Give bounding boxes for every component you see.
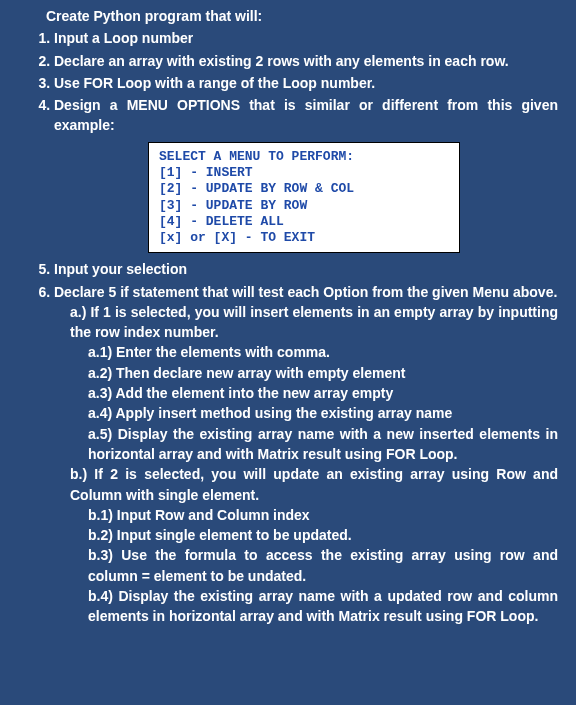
item-3: Use FOR Loop with a range of the Loop nu… bbox=[54, 73, 558, 93]
option-a3: a.3) Add the element into the new array … bbox=[88, 383, 558, 403]
option-a4: a.4) Apply insert method using the exist… bbox=[88, 403, 558, 423]
lead-text: Create Python program that will: bbox=[46, 6, 558, 26]
item-2: Declare an array with existing 2 rows wi… bbox=[54, 51, 558, 71]
item-5: Input your selection bbox=[54, 259, 558, 279]
option-b3: b.3) Use the formula to access the exist… bbox=[88, 545, 558, 586]
option-a1: a.1) Enter the elements with comma. bbox=[88, 342, 558, 362]
item-4: Design a MENU OPTIONS that is similar or… bbox=[54, 95, 558, 136]
item-4-text: Design a MENU OPTIONS that is similar or… bbox=[54, 97, 558, 133]
option-b2: b.2) Input single element to be updated. bbox=[88, 525, 558, 545]
option-a5: a.5) Display the existing array name wit… bbox=[88, 424, 558, 465]
option-a-intro: a.) If 1 is selected, you will insert el… bbox=[70, 302, 558, 343]
item-6: Declare 5 if statement that will test ea… bbox=[54, 282, 558, 627]
item-6-text: Declare 5 if statement that will test ea… bbox=[54, 284, 557, 300]
item-1: Input a Loop number bbox=[54, 28, 558, 48]
option-b1: b.1) Input Row and Column index bbox=[88, 505, 558, 525]
document-page: Create Python program that will: Input a… bbox=[0, 0, 576, 641]
option-b-intro: b.) If 2 is selected, you will update an… bbox=[70, 464, 558, 505]
menu-example-box: SELECT A MENU TO PERFORM: [1] - INSERT [… bbox=[148, 142, 460, 254]
main-list-continued: Input your selection Declare 5 if statem… bbox=[18, 259, 558, 626]
option-b4: b.4) Display the existing array name wit… bbox=[88, 586, 558, 627]
option-a2: a.2) Then declare new array with empty e… bbox=[88, 363, 558, 383]
main-list: Input a Loop number Declare an array wit… bbox=[18, 28, 558, 135]
